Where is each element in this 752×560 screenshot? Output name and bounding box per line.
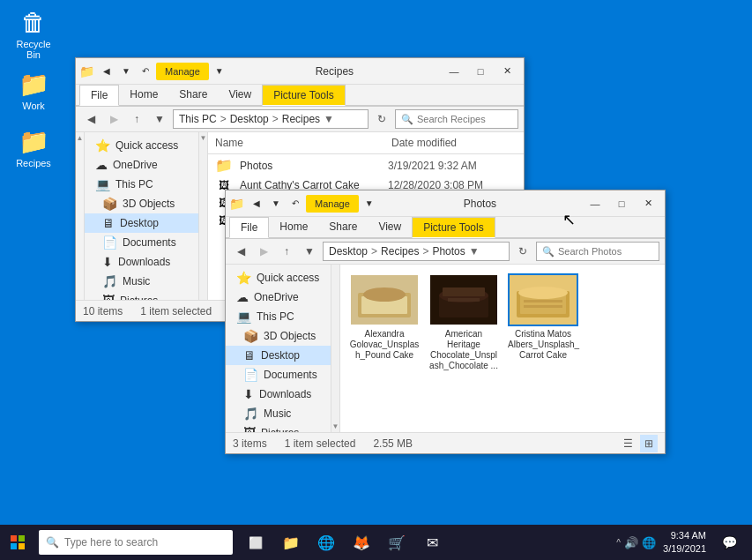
sidebar-downloads[interactable]: ⬇ Downloads xyxy=(85,252,198,272)
file-explorer-btn[interactable]: 📁 xyxy=(275,525,307,560)
downloads-icon: ⬇ xyxy=(102,255,113,269)
photos-sidebar-pictures[interactable]: 🖼 Pictures xyxy=(226,423,331,432)
store-btn[interactable]: 🛒 xyxy=(381,525,413,560)
photos-close-button[interactable]: ✕ xyxy=(635,190,661,217)
folder-icon: 📁 xyxy=(215,157,233,174)
photos-sidebar-desktop[interactable]: 🖥 Desktop xyxy=(226,346,331,365)
nav-up-btn[interactable]: ↑ xyxy=(127,109,146,129)
tab-view[interactable]: View xyxy=(218,85,262,105)
path-thispc[interactable]: This PC xyxy=(179,113,217,125)
minimize-button[interactable]: — xyxy=(441,58,467,85)
photos-manage-button[interactable]: Manage xyxy=(306,195,359,213)
photos-maximize-button[interactable]: □ xyxy=(608,190,635,217)
maximize-button[interactable]: □ xyxy=(467,58,494,85)
firefox-btn[interactable]: 🦊 xyxy=(346,525,377,560)
qat-back[interactable]: ◀ xyxy=(98,63,115,80)
tab-home[interactable]: Home xyxy=(119,85,168,105)
photos-path-recipes[interactable]: Recipes xyxy=(381,245,419,258)
notification-center-btn[interactable]: 💬 xyxy=(713,525,745,560)
photos-sidebar-quick-access[interactable]: ⭐ Quick access xyxy=(226,268,331,287)
sidebar-pictures[interactable]: 🖼 Pictures xyxy=(85,291,198,300)
photos-search-input[interactable] xyxy=(558,246,653,257)
photos-path-desktop[interactable]: Desktop xyxy=(329,245,368,258)
file-item-photos[interactable]: 📁 Photos 3/19/2021 9:32 AM xyxy=(208,154,524,176)
photo-pound-cake[interactable]: AlexandraGolovac_Unsplash_Pound Cake xyxy=(349,273,420,371)
qat-forward[interactable]: ▼ xyxy=(117,63,135,80)
photo-thumb-carrot xyxy=(508,273,578,326)
photo-carrot-cake[interactable]: Cristina MatosAlbers_Unsplash_Carrot Cak… xyxy=(508,273,578,371)
photos-path-photos[interactable]: Photos xyxy=(432,245,465,258)
address-path[interactable]: This PC > Desktop > Recipes ▼ xyxy=(173,109,369,129)
view-icons-btn[interactable]: ⊞ xyxy=(640,435,658,452)
qat-dropdown[interactable]: ▼ xyxy=(211,63,228,80)
photo-thumb-pound-cake xyxy=(349,273,420,326)
photos-sidebar-onedrive[interactable]: ☁ OneDrive xyxy=(226,287,331,307)
recipes-ribbon-tabs: File Home Share View Picture Tools xyxy=(76,85,524,106)
sidebar-onedrive[interactable]: ☁ OneDrive xyxy=(85,155,198,175)
qat-undo[interactable]: ↶ xyxy=(137,63,154,80)
photos-nav-back[interactable]: ◀ xyxy=(231,242,250,261)
photos-refresh[interactable]: ↻ xyxy=(513,242,532,261)
photos-qat-dropdown[interactable]: ▼ xyxy=(361,195,378,213)
photos-view-controls: ☰ ⊞ xyxy=(619,435,658,452)
task-view-btn[interactable]: ⬜ xyxy=(240,525,272,560)
photos-nav-forward[interactable]: ▶ xyxy=(254,242,273,261)
path-recipes[interactable]: Recipes xyxy=(282,113,320,125)
tray-expand-icon[interactable]: ^ xyxy=(616,538,621,548)
photos-nav-up[interactable]: ↑ xyxy=(277,242,296,261)
taskbar-search-input[interactable] xyxy=(64,536,226,549)
sidebar-desktop[interactable]: 🖥 Desktop xyxy=(85,213,198,233)
nav-back-btn[interactable]: ◀ xyxy=(81,109,101,129)
photos-sidebar-this-pc[interactable]: 💻 This PC xyxy=(226,307,331,326)
close-button[interactable]: ✕ xyxy=(494,58,520,85)
photos-address-path[interactable]: Desktop > Recipes > Photos ▼ xyxy=(323,242,510,261)
sidebar-music[interactable]: 🎵 Music xyxy=(85,272,198,291)
refresh-btn[interactable]: ↻ xyxy=(372,109,391,129)
sidebar-documents[interactable]: 📄 Documents xyxy=(85,233,198,252)
clock[interactable]: 9:34 AM 3/19/2021 xyxy=(663,529,706,556)
recipes-icon[interactable]: 📁 Recipes xyxy=(7,123,60,172)
tab-share[interactable]: Share xyxy=(168,85,218,105)
mail-btn[interactable]: ✉ xyxy=(416,525,448,560)
photos-tab-share[interactable]: Share xyxy=(318,217,368,237)
photos-scroll-down[interactable]: ▼ xyxy=(332,422,339,430)
photos-sidebar-3d-objects[interactable]: 📦 3D Objects xyxy=(226,326,331,346)
photos-sidebar-downloads[interactable]: ⬇ Downloads xyxy=(226,385,331,404)
volume-icon[interactable]: 🔊 xyxy=(624,536,638,549)
work-folder-icon[interactable]: 📁 Work xyxy=(7,66,60,115)
photos-minimize-button[interactable]: — xyxy=(582,190,608,217)
photos-search-icon: 🔍 xyxy=(542,246,555,258)
photos-sidebar-documents[interactable]: 📄 Documents xyxy=(226,365,331,385)
sidebar-3d-objects[interactable]: 📦 3D Objects xyxy=(85,194,198,213)
scroll-up-arrow[interactable]: ▲ xyxy=(77,134,84,142)
quick-access-icon: ⭐ xyxy=(95,138,110,153)
photos-sidebar-music[interactable]: 🎵 Music xyxy=(226,404,331,423)
network-icon[interactable]: 🌐 xyxy=(642,536,656,549)
sidebar-this-pc[interactable]: 💻 This PC xyxy=(85,175,198,194)
edge-btn[interactable]: 🌐 xyxy=(310,525,342,560)
sidebar-quick-access[interactable]: ⭐ Quick access xyxy=(85,136,198,155)
chocolate-cake-svg xyxy=(430,275,497,325)
photos-nav-recent[interactable]: ▼ xyxy=(300,242,319,261)
photos-qat-undo[interactable]: ↶ xyxy=(287,195,304,213)
start-button[interactable] xyxy=(0,525,35,560)
manage-button[interactable]: Manage xyxy=(156,63,209,80)
photos-tab-view[interactable]: View xyxy=(368,217,412,237)
photos-qat-back[interactable]: ◀ xyxy=(248,195,265,213)
tab-file[interactable]: File xyxy=(79,85,119,106)
recycle-bin-icon[interactable]: 🗑 Recycle Bin xyxy=(7,4,60,63)
col-date[interactable]: Date modified xyxy=(391,134,517,152)
photos-tab-picture-tools[interactable]: Picture Tools xyxy=(412,217,495,238)
tab-picture-tools[interactable]: Picture Tools xyxy=(262,85,345,106)
photos-qat-forward[interactable]: ▼ xyxy=(267,195,285,213)
path-desktop[interactable]: Desktop xyxy=(230,113,269,125)
view-list-btn[interactable]: ☰ xyxy=(619,435,637,452)
photo-chocolate-cake[interactable]: AmericanHeritageChocolate_Unsplash_Choco… xyxy=(428,273,499,371)
photos-tab-home[interactable]: Home xyxy=(269,217,318,237)
search-input[interactable] xyxy=(417,114,512,124)
sidebar-scroll-down[interactable]: ▼ xyxy=(200,134,207,142)
photos-tab-file[interactable]: File xyxy=(229,217,269,238)
nav-recent-btn[interactable]: ▼ xyxy=(150,109,169,129)
col-name[interactable]: Name xyxy=(215,134,374,152)
nav-forward-btn[interactable]: ▶ xyxy=(104,109,123,129)
